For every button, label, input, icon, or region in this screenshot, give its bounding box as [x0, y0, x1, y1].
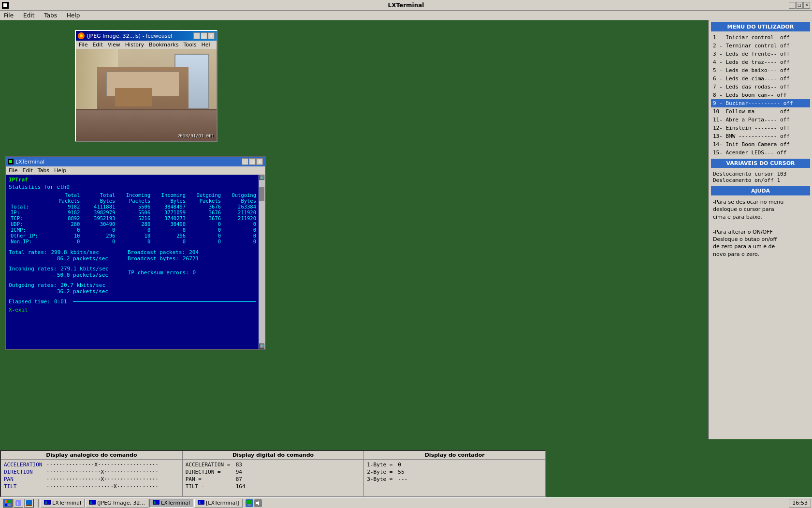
maximize-button[interactable]: □: [796, 2, 803, 9]
iptraf-row-udp: UDP: 280 30490 280 30490 0 0: [9, 221, 258, 227]
browser-menu-edit[interactable]: Edit: [92, 42, 102, 48]
term-menu-edit[interactable]: Edit: [22, 167, 32, 174]
outgoing-kbits: 20.7 kbits/sec: [60, 282, 105, 288]
taskbar-item-3[interactable]: $[LXTerminal]: [194, 499, 243, 508]
taskbar-icon-1[interactable]: [3, 499, 13, 508]
system-tray: [244, 499, 264, 507]
menu-edit[interactable]: Edit: [21, 11, 36, 20]
checksum-value: 0: [193, 269, 196, 276]
main-content: (JPEG Image, 32...ls) - Iceweasel _ □ × …: [0, 20, 812, 439]
broadcast-bytes-value: 26721: [183, 255, 199, 262]
menu-list-item-11[interactable]: 11- Abre a Porta---- off: [711, 116, 810, 124]
svg-rect-2: [5, 504, 7, 506]
broadcast-bytes-label: Broadcast bytes:: [128, 255, 179, 262]
exit-command[interactable]: X-exit: [9, 307, 258, 313]
browser-maximize[interactable]: □: [201, 32, 207, 39]
menu-list-item-3[interactable]: 3 - Leds de frente-- off: [711, 50, 810, 58]
svg-rect-20: [246, 500, 252, 504]
iptraf-header: IPTraf: [9, 177, 258, 183]
taskbar-item-0[interactable]: $LXTerminal: [41, 499, 85, 508]
scroll-up[interactable]: ▲: [259, 175, 264, 180]
menu-list-item-12[interactable]: 12- Einstein ------- off: [711, 124, 810, 132]
svg-text:T: T: [16, 501, 19, 506]
svg-rect-1: [8, 500, 11, 503]
browser-icon: [78, 32, 85, 39]
total-rates-kbits: 299.8 kbits/sec: [51, 249, 99, 255]
svg-marker-23: [256, 501, 259, 506]
pan-slider: ·················X·················: [46, 476, 159, 482]
term-menu-tabs[interactable]: Tabs: [38, 167, 49, 174]
taskbar-item-2[interactable]: $LXTerminal: [149, 499, 193, 508]
elapsed-value: 0:01: [54, 299, 67, 305]
browser-close[interactable]: ×: [208, 32, 215, 39]
browser-menu-history[interactable]: History: [125, 42, 144, 48]
close-button[interactable]: ×: [803, 2, 810, 9]
tray-network-icon[interactable]: [246, 499, 253, 507]
menu-list-item-10[interactable]: 10- Follow ma------- off: [711, 107, 810, 116]
taskbar-clock: 16:53: [789, 499, 811, 508]
terminal-window-controls[interactable]: _ □ ×: [242, 158, 263, 165]
svg-text:$: $: [45, 501, 47, 505]
elapsed-label: Elapsed time:: [9, 299, 50, 305]
browser-titlebar: (JPEG Image, 32...ls) - Iceweasel _ □ ×: [76, 31, 217, 41]
taskbar-icon-2[interactable]: T: [14, 499, 23, 508]
minimize-button[interactable]: _: [789, 2, 796, 9]
menu-list-item-14[interactable]: 14- Init Boom Camera off: [711, 140, 810, 149]
menu-list-item-1[interactable]: 1 - Iniciar control- off: [711, 33, 810, 42]
browser-menu-file[interactable]: File: [79, 42, 87, 48]
browser-title: (JPEG Image, 32...ls) - Iceweasel: [87, 33, 172, 39]
browser-menu-tools[interactable]: Tools: [183, 42, 196, 48]
broadcast-packets-label: Broadcast packets:: [128, 249, 185, 255]
display-bar: Display analogico do comando Display dig…: [0, 450, 546, 497]
iptraf-row-other-ip: Other IP: 10 296 10 296 0 0: [9, 233, 258, 239]
taskbar-icon-3[interactable]: [24, 499, 34, 508]
menu-list-item-8[interactable]: 8 - Leds boom cam-- off: [711, 91, 810, 99]
browser-menu-hel[interactable]: Hel: [202, 42, 210, 48]
taskbar-start-area: T: [1, 499, 36, 508]
tilt-slider: ·····················X·············: [46, 483, 159, 490]
browser-minimize[interactable]: _: [193, 32, 200, 39]
terminal-body[interactable]: IPTraf Statistics for eth0 TotalPackets …: [6, 175, 265, 349]
main-menubar: File Edit Tabs Help: [0, 11, 812, 20]
menu-list-item-7[interactable]: 7 - Leds das rodas-- off: [711, 83, 810, 91]
menu-tabs[interactable]: Tabs: [42, 11, 59, 20]
browser-window-controls[interactable]: _ □ ×: [193, 32, 215, 39]
iptraf-row-total: Total: 9182 4111881 5506 3848497 3676 26…: [9, 204, 258, 209]
menu-panel-header: MENU DO UTILIZADOR: [711, 22, 810, 31]
counter-display: 1-Byte = 0 2-Byte = 55 3-Byte = ---: [364, 460, 545, 496]
browser-image: 2013/01/01 001: [76, 49, 217, 141]
menu-list-item-2[interactable]: 2 - Terminar control off: [711, 42, 810, 50]
terminal-minimize[interactable]: _: [242, 158, 248, 165]
scroll-thumb[interactable]: [259, 187, 264, 201]
term-menu-help[interactable]: Help: [54, 167, 66, 174]
menu-list-item-13[interactable]: 13- BMW ------------ off: [711, 132, 810, 140]
browser-menu-bookmarks[interactable]: Bookmarks: [149, 42, 178, 48]
menu-list-item-15[interactable]: 15- Acender LEDS--- off: [711, 149, 810, 157]
terminal-scrollbar[interactable]: ▲ ▼: [259, 175, 265, 349]
terminal-titlebar: LXTerminal _ □ ×: [6, 157, 265, 166]
accel-analog-label: ACCELERATION: [4, 462, 43, 468]
browser-menu-view[interactable]: View: [108, 42, 120, 48]
outgoing-packets: 36.2 packets/sec: [57, 288, 108, 295]
scroll-down[interactable]: ▼: [259, 344, 264, 349]
main-window-controls[interactable]: _ □ ×: [789, 2, 810, 9]
taskbar: T $LXTerminal$(JPEG Image, 32...$LXTermi…: [0, 497, 812, 508]
menu-list-item-9[interactable]: 9 - Buzinar---------- off: [711, 99, 810, 107]
incoming-packets: 50.0 packets/sec: [57, 272, 108, 278]
menu-list-item-5[interactable]: 5 - Leds de baixo--- off: [711, 66, 810, 75]
menu-file[interactable]: File: [2, 11, 15, 20]
terminal-close[interactable]: ×: [256, 158, 263, 165]
total-rates-label: Total rates:: [9, 249, 47, 255]
terminal-maximize[interactable]: □: [249, 158, 256, 165]
term-menu-file[interactable]: File: [9, 167, 17, 174]
counter-2byte-val: 55: [398, 469, 404, 475]
iptraf-stats-table: TotalPackets TotalBytes IncomingPackets …: [9, 192, 258, 244]
dir-analog-label: DIRECTION: [4, 469, 43, 475]
taskbar-item-1[interactable]: $(JPEG Image, 32...: [86, 499, 148, 508]
tray-volume-icon[interactable]: [254, 499, 262, 507]
menu-list-item-4[interactable]: 4 - Leds de traz---- off: [711, 58, 810, 66]
menu-list-item-6[interactable]: 6 - Leds de cima---- off: [711, 75, 810, 83]
image-timestamp: 2013/01/01 001: [177, 134, 214, 138]
checksum-label: IP checksum errors:: [128, 269, 189, 276]
menu-help[interactable]: Help: [65, 11, 82, 20]
